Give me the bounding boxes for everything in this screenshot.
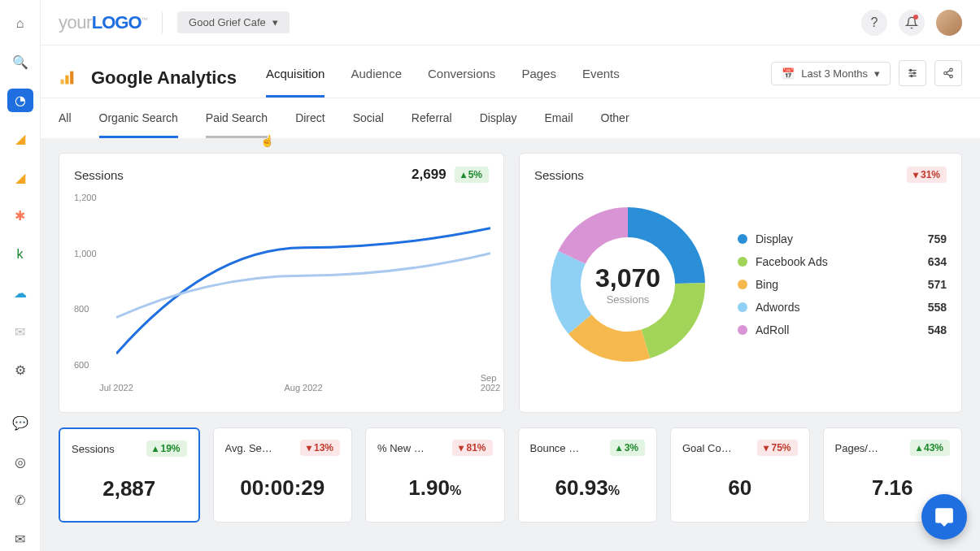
- mail-icon[interactable]: ✉: [7, 527, 33, 550]
- legend-dot: [738, 257, 747, 267]
- subtab-display[interactable]: Display: [480, 111, 517, 138]
- tab-audience[interactable]: Audience: [351, 59, 402, 98]
- legend-label: Bing: [756, 278, 778, 291]
- x-tick: Aug 2022: [284, 383, 322, 393]
- x-tick: Jul 2022: [99, 383, 133, 393]
- hubspot-icon[interactable]: ✱: [7, 204, 33, 228]
- svg-rect-2: [70, 72, 73, 85]
- legend-label: Facebook Ads: [756, 255, 828, 268]
- pie-icon[interactable]: ◔: [7, 89, 33, 112]
- kpi-change-badge: ▾ 13%: [300, 440, 340, 456]
- kpi-value: 1.90%: [377, 475, 493, 501]
- topbar: yourLOGO™ Good Grief Cafe ▾ ?: [41, 0, 980, 46]
- svg-rect-1: [65, 76, 68, 85]
- kpi-title: Bounce …: [530, 442, 580, 454]
- kpi-card[interactable]: Avg. Se…▾ 13%00:00:29: [213, 427, 353, 523]
- settings-icon[interactable]: ⚙: [7, 358, 33, 382]
- klaviyo-icon[interactable]: k: [7, 243, 33, 267]
- legend-item: Facebook Ads634: [738, 255, 947, 268]
- donut-center-label: Sessions: [607, 293, 650, 306]
- kpi-value: 60.93%: [530, 475, 646, 501]
- legend-value: 571: [928, 278, 947, 291]
- legend-dot: [738, 280, 747, 289]
- notification-dot: [913, 15, 918, 20]
- donut-center-value: 3,070: [595, 263, 660, 293]
- legend-value: 759: [928, 232, 947, 245]
- sessions-value: 2,699: [412, 167, 446, 183]
- legend-dot: [738, 302, 747, 312]
- tab-pages[interactable]: Pages: [521, 59, 556, 98]
- analytics2-icon[interactable]: ◢: [7, 166, 33, 189]
- share-button[interactable]: [934, 60, 962, 86]
- kpi-change-badge: ▴ 43%: [910, 440, 950, 456]
- search-icon[interactable]: 🔍: [7, 50, 33, 73]
- kpi-card[interactable]: Goal Co…▾ 75%60: [670, 427, 810, 523]
- analytics-icon[interactable]: ◢: [7, 127, 33, 150]
- tab-acquisition[interactable]: Acquisition: [266, 59, 325, 98]
- svg-rect-0: [61, 80, 64, 85]
- svg-line-12: [947, 74, 950, 76]
- sessions-donut-card[interactable]: Sessions ▾ 31% 3,070 Sessions Display759…: [519, 153, 962, 413]
- subtab-all[interactable]: All: [59, 111, 72, 138]
- kpi-change-badge: ▴ 3%: [610, 440, 645, 456]
- secondary-tabs: AllOrganic SearchPaid Search☝DirectSocia…: [41, 98, 980, 138]
- home-icon[interactable]: ⌂: [7, 11, 33, 35]
- kpi-value: 60: [682, 475, 798, 501]
- svg-point-10: [944, 72, 947, 75]
- kpi-title: Sessions: [72, 443, 115, 455]
- mailchimp-icon[interactable]: ✉: [7, 319, 33, 343]
- kpi-card[interactable]: % New …▾ 81%1.90%: [365, 427, 505, 523]
- salesforce-icon[interactable]: ☁: [7, 281, 33, 305]
- calendar-icon: 📅: [782, 67, 795, 80]
- date-range-label: Last 3 Months: [801, 67, 868, 80]
- date-range-selector[interactable]: 📅 Last 3 Months ▾: [771, 62, 891, 85]
- notifications-button[interactable]: [899, 10, 925, 36]
- legend-dot: [738, 234, 747, 244]
- chat-launcher[interactable]: [921, 494, 967, 540]
- subtab-other[interactable]: Other: [601, 111, 629, 138]
- subtab-referral[interactable]: Referral: [412, 111, 452, 138]
- subtab-direct[interactable]: Direct: [295, 111, 325, 138]
- sessions-donut-chart: 3,070 Sessions: [534, 191, 721, 378]
- donut-change-badge: ▾ 31%: [907, 167, 947, 183]
- page-title: Google Analytics: [91, 67, 237, 89]
- legend-label: Display: [756, 232, 793, 245]
- tab-conversions[interactable]: Conversions: [428, 59, 495, 98]
- google-analytics-icon: [59, 70, 75, 86]
- user-avatar[interactable]: [936, 10, 962, 36]
- legend-item: Display759: [738, 232, 947, 245]
- card-title: Sessions: [74, 168, 124, 182]
- primary-tabs: AcquisitionAudienceConversionsPagesEvent…: [266, 59, 620, 98]
- target-icon[interactable]: ◎: [7, 450, 33, 474]
- chat-icon[interactable]: 💬: [7, 411, 33, 435]
- svg-point-11: [950, 75, 953, 78]
- legend-item: Adwords558: [738, 301, 947, 314]
- kpi-title: % New …: [377, 442, 425, 454]
- kpi-card[interactable]: Sessions▴ 19%2,887: [59, 427, 200, 523]
- subtab-paid-search[interactable]: Paid Search☝: [206, 111, 268, 138]
- legend-value: 634: [928, 255, 947, 268]
- kpi-card[interactable]: Bounce …▴ 3%60.93%: [518, 427, 658, 523]
- chevron-down-icon: ▾: [272, 16, 278, 28]
- card-title: Sessions: [534, 168, 584, 182]
- legend-item: Bing571: [738, 278, 947, 291]
- y-tick: 1,200: [74, 193, 97, 202]
- kpi-title: Pages/…: [835, 442, 878, 454]
- help-button[interactable]: ?: [861, 10, 887, 36]
- cursor-icon: ☝: [260, 134, 274, 147]
- kpi-change-badge: ▴ 19%: [146, 440, 186, 457]
- sessions-line-card[interactable]: Sessions 2,699 ▴ 5% 6008001,0001,200Jul …: [59, 153, 504, 413]
- legend-value: 548: [928, 323, 947, 336]
- filters-button[interactable]: [899, 60, 926, 86]
- account-selector[interactable]: Good Grief Cafe ▾: [177, 11, 290, 33]
- subtab-organic-search[interactable]: Organic Search: [99, 111, 178, 138]
- sessions-line-chart: 6008001,0001,200Jul 2022Aug 2022Sep 2022: [74, 197, 489, 393]
- kpi-title: Avg. Se…: [225, 442, 272, 454]
- kpi-value: 2,887: [72, 476, 187, 501]
- subtab-social[interactable]: Social: [353, 111, 384, 138]
- phone-icon[interactable]: ✆: [7, 488, 33, 512]
- subtab-email[interactable]: Email: [545, 111, 573, 138]
- tab-events[interactable]: Events: [582, 59, 620, 98]
- kpi-value: 00:00:29: [225, 475, 341, 501]
- y-tick: 600: [74, 360, 89, 370]
